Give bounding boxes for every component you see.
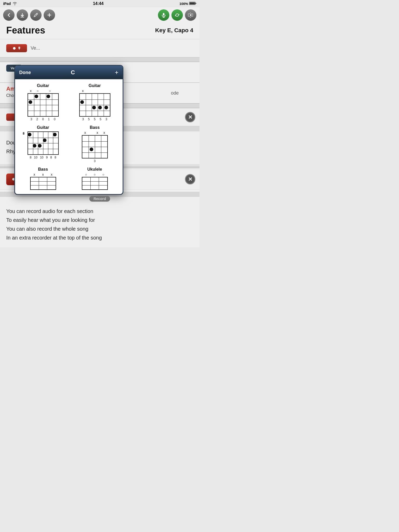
edit-button[interactable] bbox=[30, 9, 42, 21]
toolbar-left bbox=[3, 9, 55, 21]
refresh-button[interactable] bbox=[171, 9, 183, 21]
svg-line-4 bbox=[36, 14, 37, 15]
toolbar-right bbox=[158, 9, 196, 21]
verse-record-label: 🎙 bbox=[18, 46, 21, 50]
chord-instrument-label-4: Bass bbox=[90, 125, 99, 130]
time-label: 14:44 bbox=[93, 1, 104, 6]
svg-rect-2 bbox=[190, 2, 195, 4]
verse-record-button[interactable]: 🎙 bbox=[6, 44, 27, 52]
page-header: Features Key E, Capo 4 bbox=[0, 23, 200, 39]
chord-instrument-label-6: Ukulele bbox=[87, 167, 102, 172]
status-bar: iPad 14:44 100% bbox=[0, 0, 200, 7]
status-right: 100% bbox=[179, 2, 196, 6]
chord-modal: Done C + Guitar x ○ ○ bbox=[14, 65, 123, 195]
svg-point-10 bbox=[190, 14, 191, 16]
chord-diagram-guitar2: Guitar x bbox=[71, 83, 118, 121]
verse-section: 🎙 Ve... bbox=[0, 39, 200, 57]
svg-rect-7 bbox=[163, 13, 164, 16]
chord-diagram-guitar1: Guitar x ○ ○ bbox=[19, 83, 67, 121]
record-info-label: Record bbox=[89, 196, 110, 202]
chord-instrument-label-3: Guitar bbox=[37, 125, 49, 130]
settings-button[interactable] bbox=[185, 9, 196, 21]
chord-modal-done-button[interactable]: Done bbox=[19, 70, 31, 75]
battery-icon bbox=[189, 2, 196, 6]
record-info-section: Record You can record audio for each sec… bbox=[0, 199, 200, 247]
chord-modal-body: Guitar x ○ ○ bbox=[15, 79, 123, 194]
battery-label: 100% bbox=[179, 2, 188, 6]
record-dismiss-button[interactable]: ✕ bbox=[185, 174, 195, 184]
chord-instrument-label-2: Guitar bbox=[89, 83, 101, 88]
mode-text: ode bbox=[171, 90, 179, 96]
chord-diagram-guitar3: Guitar 8 bbox=[19, 125, 67, 163]
chord-modal-header: Done C + bbox=[15, 66, 123, 79]
main-content: 🎙 Ve... Ve... C Add... Am Cho bbox=[0, 39, 200, 247]
svg-rect-1 bbox=[196, 3, 196, 4]
chord-diagram-bass2: Bass xxx bbox=[19, 167, 67, 190]
chord-modal-add-button[interactable]: + bbox=[115, 69, 118, 76]
toolbar bbox=[0, 7, 200, 23]
record-info-text: You can record audio for each section To… bbox=[6, 207, 193, 242]
status-left: iPad bbox=[3, 2, 17, 6]
chord-modal-title: C bbox=[71, 69, 75, 76]
mic-button[interactable] bbox=[158, 9, 169, 21]
svg-point-11 bbox=[13, 47, 16, 50]
device-label: iPad bbox=[3, 2, 11, 6]
chord-diagram-ukulele1: Ukulele ○○○ bbox=[71, 167, 118, 190]
download-button[interactable] bbox=[17, 9, 28, 21]
key-label: Key E, Capo 4 bbox=[155, 27, 193, 34]
page-title: Features bbox=[6, 25, 45, 36]
chord-diagram-bass1: Bass xxx 3 bbox=[71, 125, 118, 163]
add-button[interactable] bbox=[44, 9, 55, 21]
back-button[interactable] bbox=[3, 9, 15, 21]
verse-section-text: Ve... bbox=[31, 45, 40, 51]
section-dismiss-button[interactable]: ✕ bbox=[185, 112, 195, 122]
chord-instrument-label: Guitar bbox=[37, 83, 49, 88]
wifi-icon bbox=[12, 2, 17, 6]
chord-instrument-label-5: Bass bbox=[38, 167, 48, 172]
